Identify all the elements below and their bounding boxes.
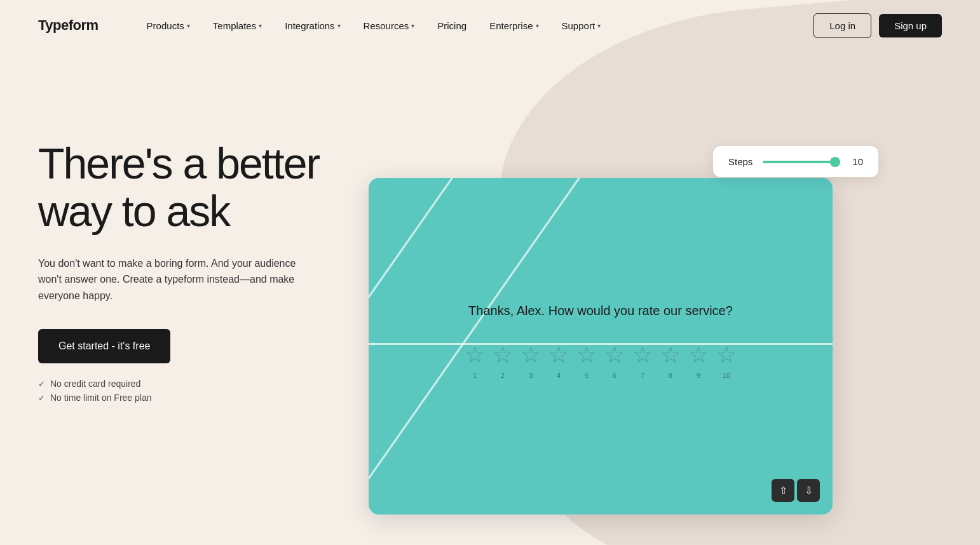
login-button[interactable]: Log in [813, 13, 871, 38]
check-label-time: No time limit on Free plan [50, 393, 152, 403]
check-no-time-limit: ✓ No time limit on Free plan [38, 393, 369, 403]
check-no-credit-card: ✓ No credit card required [38, 379, 369, 389]
star-number-10: 10 [723, 372, 730, 379]
star-number-1: 1 [473, 372, 477, 379]
steps-label: Steps [728, 156, 752, 167]
star-item-9[interactable]: ☆ 9 [688, 344, 709, 379]
star-icon-4: ☆ [548, 344, 569, 367]
nav-item-templates[interactable]: Templates ▾ [203, 15, 272, 36]
star-icon-2: ☆ [493, 344, 513, 367]
star-number-4: 4 [557, 372, 561, 379]
steps-widget: Steps 10 [713, 146, 878, 177]
nav-item-pricing[interactable]: Pricing [427, 15, 477, 36]
nav-actions: Log in Sign up [813, 13, 942, 38]
hero-left: There's a better way to ask You don't wa… [38, 89, 369, 403]
steps-value: 10 [850, 156, 863, 167]
star-icon-6: ☆ [604, 344, 625, 367]
nav-label-support: Support [562, 20, 595, 31]
cta-button[interactable]: Get started - it's free [38, 329, 170, 363]
star-number-3: 3 [529, 372, 533, 379]
star-item-2[interactable]: ☆ 2 [493, 344, 513, 379]
star-item-1[interactable]: ☆ 1 [465, 344, 485, 379]
nav-item-integrations[interactable]: Integrations ▾ [275, 15, 350, 36]
check-label-credit: No credit card required [50, 379, 140, 389]
star-number-7: 7 [641, 372, 644, 379]
nav-label-pricing: Pricing [437, 20, 466, 31]
star-number-8: 8 [669, 372, 672, 379]
nav-arrows: ⇧ ⇩ [772, 479, 820, 502]
star-number-9: 9 [697, 372, 700, 379]
star-icon-9: ☆ [688, 344, 709, 367]
star-number-5: 5 [585, 372, 589, 379]
nav-item-products[interactable]: Products ▾ [137, 15, 200, 36]
star-number-2: 2 [501, 372, 505, 379]
chevron-down-icon: ▾ [187, 22, 190, 29]
nav-label-templates: Templates [213, 20, 256, 31]
chevron-down-icon: ▾ [259, 22, 262, 29]
star-item-10[interactable]: ☆ 10 [716, 344, 737, 379]
question-text: Thanks, Alex. How would you rate our ser… [465, 304, 737, 318]
steps-slider[interactable] [763, 161, 840, 163]
hero-section: There's a better way to ask You don't wa… [0, 51, 980, 545]
nav-links: Products ▾ Templates ▾ Integrations ▾ Re… [137, 15, 814, 36]
hero-checks: ✓ No credit card required ✓ No time limi… [38, 379, 369, 403]
navbar: Typeform Products ▾ Templates ▾ Integrat… [0, 0, 980, 51]
hero-subtitle: You don't want to make a boring form. An… [38, 255, 311, 304]
chevron-down-icon: ▾ [337, 22, 341, 29]
star-item-7[interactable]: ☆ 7 [632, 344, 653, 379]
star-icon-10: ☆ [716, 344, 737, 367]
nav-item-support[interactable]: Support ▾ [552, 15, 611, 36]
logo[interactable]: Typeform [38, 17, 99, 34]
nav-up-button[interactable]: ⇧ [772, 479, 794, 502]
form-card-background: Thanks, Alex. How would you rate our ser… [369, 178, 833, 515]
chevron-down-icon: ▾ [411, 22, 414, 29]
nav-down-button[interactable]: ⇩ [797, 479, 820, 502]
star-icon-5: ☆ [576, 344, 597, 367]
slider-thumb [830, 157, 840, 167]
checkmark-icon: ✓ [38, 393, 45, 403]
star-item-8[interactable]: ☆ 8 [660, 344, 681, 379]
star-icon-3: ☆ [521, 344, 541, 367]
stars-row: ☆ 1 ☆ 2 ☆ 3 ☆ 4 [465, 344, 737, 379]
nav-label-resources: Resources [364, 20, 409, 31]
signup-button[interactable]: Sign up [879, 14, 942, 37]
star-item-5[interactable]: ☆ 5 [576, 344, 597, 379]
star-item-3[interactable]: ☆ 3 [521, 344, 541, 379]
nav-label-enterprise: Enterprise [489, 20, 533, 31]
star-item-6[interactable]: ☆ 6 [604, 344, 625, 379]
star-icon-7: ☆ [632, 344, 653, 367]
checkmark-icon: ✓ [38, 379, 45, 389]
star-number-6: 6 [613, 372, 616, 379]
nav-item-resources[interactable]: Resources ▾ [353, 15, 425, 36]
chevron-down-icon: ▾ [597, 22, 601, 29]
nav-label-products: Products [147, 20, 184, 31]
star-icon-1: ☆ [465, 344, 485, 367]
star-icon-8: ☆ [660, 344, 681, 367]
form-card: Thanks, Alex. How would you rate our ser… [369, 178, 833, 515]
hero-title: There's a better way to ask [38, 140, 369, 235]
star-item-4[interactable]: ☆ 4 [548, 344, 569, 379]
hero-right: Steps 10 Thanks, Alex. How would you rat… [369, 89, 942, 545]
nav-item-enterprise[interactable]: Enterprise ▾ [479, 15, 548, 36]
nav-label-integrations: Integrations [285, 20, 334, 31]
chevron-down-icon: ▾ [536, 22, 539, 29]
question-box: Thanks, Alex. How would you rate our ser… [439, 278, 762, 415]
